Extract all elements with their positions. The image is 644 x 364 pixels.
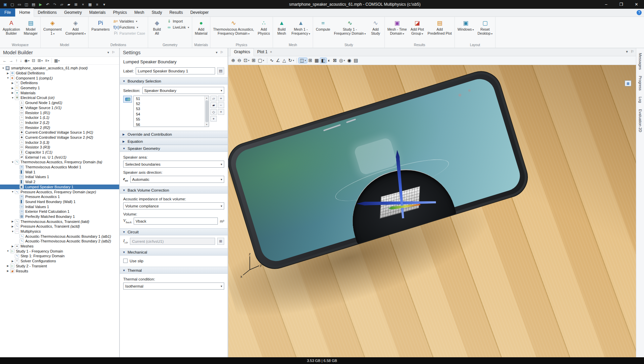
- ribbon-button-build-mesh[interactable]: ▲Build Mesh: [274, 18, 290, 43]
- show-table-icon[interactable]: ▦: [313, 58, 320, 63]
- ribbon-button-reset-desktop[interactable]: ▢Reset Desktop▾: [476, 18, 495, 43]
- section-header-circuit[interactable]: ▼ Circuit: [120, 228, 228, 235]
- ribbon-tab-mesh[interactable]: Mesh: [131, 9, 148, 16]
- ribbon-tab-definitions[interactable]: Definitions: [34, 9, 60, 16]
- tree-item-initial-values-1-ta[interactable]: ○Initial Values 1: [0, 174, 119, 179]
- ribbon-button-windows[interactable]: ▣Windows▾: [456, 18, 476, 43]
- boundary-list-item[interactable]: 53: [134, 106, 204, 111]
- tree-item-solver-configurations[interactable]: ▶≡Solver Configurations: [0, 259, 119, 264]
- tree-item-geometry-1[interactable]: ▶◇Geometry 1: [0, 86, 119, 91]
- tree-item-voltage-source-1[interactable]: ◉Voltage Source 1(V1): [0, 105, 119, 110]
- graphics-window-pin-icon[interactable]: ⚐: [631, 49, 634, 54]
- customize-toolbar-icon[interactable]: ▾: [101, 1, 107, 8]
- tree-item-global-definitions[interactable]: ▶◍Global Definitions: [0, 71, 119, 76]
- tree-item-acpr-frequency[interactable]: ▼∿Pressure Acoustics, Frequency Domain(a…: [0, 189, 119, 194]
- section-header-mechanical[interactable]: ▼ Mechanical: [120, 249, 228, 256]
- tree-item-atb-1[interactable]: ∿Acoustic-Thermoviscous Acoustic Boundar…: [0, 234, 119, 239]
- close-button[interactable]: ✕: [629, 0, 644, 9]
- scroll-thumb[interactable]: [205, 100, 208, 122]
- tree-item-wall-2[interactable]: ▌Wall 2: [0, 179, 119, 185]
- tree-item-component-1[interactable]: ▼◈Component 1(comp1): [0, 75, 119, 80]
- create-selection-icon[interactable]: ◇: [210, 109, 217, 115]
- zoom-to-selection-icon[interactable]: ⌖: [210, 116, 217, 122]
- use-slip-checkbox[interactable]: [123, 259, 128, 263]
- tree-item-step-1-frequency-domain[interactable]: ∿Step 1: Frequency Domain: [0, 254, 119, 259]
- add-to-selection-icon[interactable]: +: [218, 96, 224, 101]
- close-tab-icon[interactable]: ×: [270, 50, 272, 54]
- ribbon-tab-geometry[interactable]: Geometry: [60, 9, 86, 16]
- tree-item-electrical-circuit[interactable]: ▼⊞Electrical Circuit(cir): [0, 95, 119, 100]
- speaker-axis-combobox[interactable]: Automatic ▾: [130, 176, 224, 183]
- copy-selection-icon[interactable]: ▱: [210, 96, 217, 101]
- plot-properties-button[interactable]: ▦: [625, 80, 631, 86]
- zoom-box-icon[interactable]: ⊞: [251, 58, 257, 63]
- snapshot-icon[interactable]: ◉: [346, 58, 352, 63]
- measure-angle-icon[interactable]: ∠: [275, 58, 281, 63]
- ribbon-button-add-predefined-plot[interactable]: ▤Add Predefined Plot: [426, 18, 453, 43]
- tree-item-results[interactable]: ▶◪Results: [0, 268, 119, 273]
- tree-item-pa-transient[interactable]: ▶∿Pressure Acoustics, Transient(actd): [0, 224, 119, 229]
- orthographic-projection-icon[interactable]: ◫▾: [299, 58, 307, 63]
- collapse-all-icon[interactable]: ⊟: [31, 58, 36, 63]
- tree-item-ground-node-1[interactable]: ⊥Ground Node 1(gnd1): [0, 100, 119, 105]
- clear-selection-icon[interactable]: ×: [218, 109, 224, 115]
- section-header-speaker-geometry[interactable]: ▼ Speaker Geometry: [120, 145, 228, 152]
- thermal-condition-combobox[interactable]: Isothermal ▾: [123, 283, 224, 290]
- go-to-circuit-button[interactable]: ⊞: [217, 238, 224, 245]
- boundary-list-item[interactable]: 55: [134, 117, 204, 122]
- tree-item-study-2[interactable]: ▶▷Study 2 - Transient: [0, 264, 119, 269]
- label-input[interactable]: [136, 67, 215, 74]
- ribbon-tab-file[interactable]: File: [0, 8, 15, 16]
- show-icon[interactable]: ◉▾: [23, 58, 31, 63]
- tree-item-inductor-2[interactable]: ∩Inductor 2(L2): [0, 120, 119, 125]
- ribbon-tab-study[interactable]: Study: [148, 9, 166, 16]
- graphics-tab-graphics[interactable]: Graphics: [230, 48, 254, 56]
- boundary-list-item[interactable]: 54: [134, 111, 204, 117]
- build-mesh-icon[interactable]: ▦: [87, 1, 93, 8]
- ribbon-button-thermoviscous-acoustics-frequency-domain[interactable]: ∿Thermoviscous Acoustics, Frequency Doma…: [211, 18, 256, 43]
- zoom-extents-icon[interactable]: ⊡▾: [243, 58, 250, 63]
- tree-item-multiphysics[interactable]: ▼∴Multiphysics: [0, 229, 119, 234]
- ribbon-button-mesh-1-frequency[interactable]: ▲Mesh 1 - Frequency▾: [290, 18, 312, 43]
- section-header-back-volume[interactable]: ▼ Back Volume Correction: [120, 187, 228, 194]
- side-tab-messages[interactable]: Messages: [638, 53, 642, 70]
- help-icon[interactable]: ?: [637, 10, 642, 15]
- ribbon-button-add-material[interactable]: ●Add Material: [193, 18, 209, 43]
- ribbon-button-add-study[interactable]: ∿Add Study: [368, 18, 383, 43]
- scene-light-icon[interactable]: ◎▾: [338, 58, 346, 63]
- tree-item-ccvs-1[interactable]: ◈Current-Controlled Voltage Source 1(H1): [0, 130, 119, 135]
- expand-arrow-icon[interactable]: ▶: [11, 81, 14, 85]
- show-grid-icon[interactable]: ⊞: [307, 58, 313, 63]
- zoom-in-icon[interactable]: ⊕: [230, 58, 236, 63]
- paste-icon[interactable]: ▰: [66, 1, 72, 8]
- selection-combobox[interactable]: Speaker Boundary ▾: [142, 87, 224, 94]
- go-to-default-view-icon[interactable]: ▢▾: [257, 58, 265, 63]
- run-icon[interactable]: ▶: [37, 1, 44, 8]
- expand-arrow-icon[interactable]: ▶: [11, 245, 14, 248]
- tree-item-ta-model-1[interactable]: ≈Thermoviscous Acoustics Model 1: [0, 165, 119, 170]
- expand-all-icon[interactable]: ⊞▾: [37, 58, 44, 63]
- ribbon-button-parameters[interactable]: PiParameters: [90, 18, 111, 43]
- graphics-canvas[interactable]: z y x ▦: [228, 65, 636, 357]
- ribbon-tab-physics[interactable]: Physics: [109, 9, 131, 16]
- remove-from-selection-icon[interactable]: −: [218, 102, 224, 108]
- ribbon-button-import[interactable]: ⇓Import: [165, 19, 191, 24]
- copy-icon[interactable]: ▱: [59, 1, 65, 8]
- duplicate-icon[interactable]: ⊞: [73, 1, 79, 8]
- expand-arrow-icon[interactable]: ▶: [6, 269, 10, 272]
- tree-item-perfectly-matched-boundary-1[interactable]: ▨Perfectly Matched Boundary 1: [0, 214, 119, 219]
- graphics-window-menu-icon[interactable]: ▾: [626, 49, 628, 54]
- ribbon-button-livelink[interactable]: ∞LiveLink▾: [165, 25, 191, 30]
- measure-line-icon[interactable]: ∿: [269, 58, 275, 63]
- tree-item-study-1[interactable]: ▼▷Study 1 - Frequency Domain: [0, 249, 119, 254]
- print-icon[interactable]: ▤: [30, 1, 37, 8]
- ribbon-button-build-all[interactable]: ◆Build All: [149, 18, 165, 43]
- section-header-boundary-selection[interactable]: ▼ Boundary Selection: [120, 77, 228, 85]
- expand-arrow-icon[interactable]: ▶: [6, 264, 10, 267]
- scroll-down-icon[interactable]: ▼: [205, 123, 209, 127]
- ribbon-tab-materials[interactable]: Materials: [86, 9, 109, 16]
- new-file-icon[interactable]: ▢: [9, 1, 15, 8]
- expand-arrow-icon[interactable]: ▶: [11, 260, 14, 263]
- ribbon-button-add-physics[interactable]: ∴Add Physics: [256, 18, 271, 43]
- tree-item-capacitor-1[interactable]: ∥Capacitor 1(C1): [0, 150, 119, 155]
